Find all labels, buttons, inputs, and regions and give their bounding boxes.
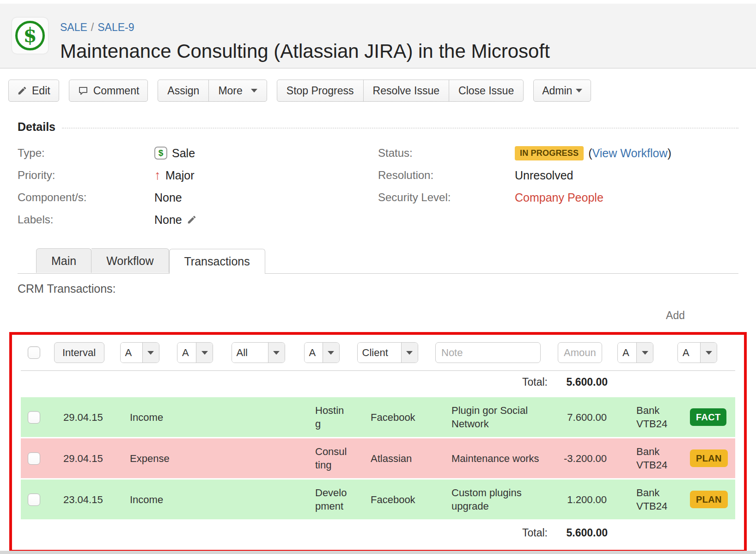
transaction-amount: 7.600.00: [550, 411, 610, 424]
add-row: Add: [0, 309, 685, 322]
category-filter-dropdown[interactable]: A: [304, 342, 340, 363]
details-right-column: Status: IN PROGRESS (View Workflow) Reso…: [378, 142, 738, 231]
transaction-account: Bank VTB24: [610, 486, 661, 513]
top-gap: [0, 0, 756, 4]
filter3-dropdown[interactable]: All: [232, 342, 285, 363]
note-filter-input[interactable]: [435, 342, 541, 363]
paren-open: (: [588, 147, 592, 160]
filter2-dropdown[interactable]: A: [177, 342, 213, 363]
total-label: Total:: [426, 527, 550, 539]
stop-progress-button[interactable]: Stop Progress: [277, 80, 363, 101]
pencil-icon: [17, 86, 27, 96]
tab-main[interactable]: Main: [36, 248, 91, 273]
details-left-column: Type: $ Sale Priority: ↑ Major Component…: [18, 142, 378, 231]
workflow-buttons-group: Stop Progress Resolve Issue Close Issue: [277, 80, 524, 102]
transaction-status-badge: PLAN: [690, 491, 728, 508]
total-label: Total:: [426, 376, 550, 388]
stop-progress-label: Stop Progress: [287, 85, 354, 97]
client-filter-value: Client: [358, 343, 401, 363]
security-level-value: Company People: [515, 191, 738, 204]
type-value: $ Sale: [154, 147, 378, 160]
transaction-type: Income: [111, 493, 168, 506]
paren-close: ): [668, 147, 671, 160]
status-filter-dropdown[interactable]: A: [677, 342, 717, 363]
totals-row-bottom: Total: 5.600.00: [21, 519, 735, 544]
labels-value: None: [154, 213, 378, 227]
row-checkbox[interactable]: [28, 452, 40, 465]
comment-label: Comment: [93, 85, 140, 97]
labels-text: None: [154, 213, 182, 227]
details-title: Details: [18, 120, 55, 134]
add-transaction-link[interactable]: Add: [666, 309, 685, 321]
edit-labels-pencil-icon[interactable]: [187, 215, 197, 225]
transaction-row: 29.04.15 Income Hosting Facebook Plugin …: [21, 397, 735, 437]
account-filter-dropdown[interactable]: A: [617, 342, 653, 363]
transaction-client: Facebook: [349, 411, 426, 424]
transaction-rows: 29.04.15 Income Hosting Facebook Plugin …: [21, 397, 735, 519]
more-label: More: [218, 85, 242, 97]
details-heading: Details: [18, 120, 738, 134]
breadcrumb: SALE/SALE-9: [60, 21, 550, 34]
priority-major-icon: ↑: [154, 169, 161, 182]
chevron-down-icon: [142, 343, 159, 363]
chevron-down-icon: [576, 89, 582, 92]
assign-button[interactable]: Assign: [158, 80, 208, 101]
transaction-status-badge: PLAN: [690, 449, 728, 467]
status-label: Status:: [378, 147, 515, 160]
row-checkbox[interactable]: [28, 493, 40, 506]
type-label: Type:: [18, 147, 154, 160]
breadcrumb-separator: /: [91, 21, 94, 33]
filter2-value: A: [177, 343, 196, 363]
security-level-label: Security Level:: [378, 191, 515, 204]
comment-button[interactable]: Comment: [69, 80, 148, 102]
admin-label: Admin: [542, 85, 572, 97]
view-workflow-wrap: (View Workflow): [588, 147, 671, 160]
interval-filter-button[interactable]: Interval: [54, 342, 104, 363]
row-checkbox[interactable]: [28, 411, 40, 424]
details-section: Details Type: $ Sale Priority: ↑ Major C…: [18, 120, 738, 231]
comment-bubble-icon: [78, 85, 89, 96]
select-all-checkbox[interactable]: [28, 346, 40, 359]
breadcrumb-project-link[interactable]: SALE: [60, 21, 87, 33]
tabs-bar: Main Workflow Transactions: [18, 248, 738, 274]
page-title: Maintenance Consulting (Atlassian JIRA) …: [60, 40, 550, 62]
close-issue-button[interactable]: Close Issue: [449, 80, 523, 101]
transaction-category: Hosting: [294, 404, 349, 431]
filter3-value: All: [232, 343, 268, 363]
admin-dropdown-button[interactable]: Admin: [533, 80, 591, 102]
header-text: SALE/SALE-9 Maintenance Consulting (Atla…: [60, 21, 550, 62]
account-filter-value: A: [618, 343, 636, 363]
transaction-category: Development: [294, 486, 349, 513]
chevron-down-icon: [700, 343, 717, 363]
transaction-note: Maintenance works: [426, 452, 550, 465]
tab-transactions[interactable]: Transactions: [169, 249, 265, 274]
transaction-status-badge: FACT: [690, 408, 726, 426]
labels-label: Labels:: [18, 213, 154, 226]
crm-transactions-label: CRM Transactions:: [18, 282, 756, 295]
sale-type-icon: $: [154, 147, 167, 160]
transaction-note: Custom plugins upgrade: [426, 486, 550, 513]
more-dropdown-button[interactable]: More: [208, 80, 266, 101]
chevron-down-icon: [401, 343, 418, 363]
status-value: IN PROGRESS (View Workflow): [515, 146, 738, 160]
resolve-issue-button[interactable]: Resolve Issue: [363, 80, 449, 101]
filter-row: Interval A A All A Client A A: [21, 342, 735, 363]
components-label: Component/s:: [18, 191, 154, 204]
transaction-account: Bank VTB24: [610, 404, 661, 431]
type-filter-dropdown[interactable]: A: [120, 342, 159, 363]
transaction-date: 23.04.15: [47, 493, 111, 506]
transaction-amount: 1.200.00: [550, 493, 610, 506]
dollar-glyph: $: [23, 26, 37, 45]
edit-button[interactable]: Edit: [8, 80, 59, 102]
breadcrumb-issue-link[interactable]: SALE-9: [98, 21, 134, 33]
edit-label: Edit: [32, 85, 50, 97]
total-value: 5.600.00: [550, 376, 610, 388]
view-workflow-link[interactable]: View Workflow: [592, 147, 668, 160]
type-text: Sale: [172, 147, 195, 160]
resolution-value: Unresolved: [515, 169, 738, 182]
transaction-account: Bank VTB24: [610, 445, 661, 472]
dollar-sale-icon: $: [15, 21, 45, 50]
amount-filter-input[interactable]: [558, 342, 602, 363]
tab-workflow[interactable]: Workflow: [91, 248, 169, 273]
client-filter-dropdown[interactable]: Client: [357, 342, 418, 363]
